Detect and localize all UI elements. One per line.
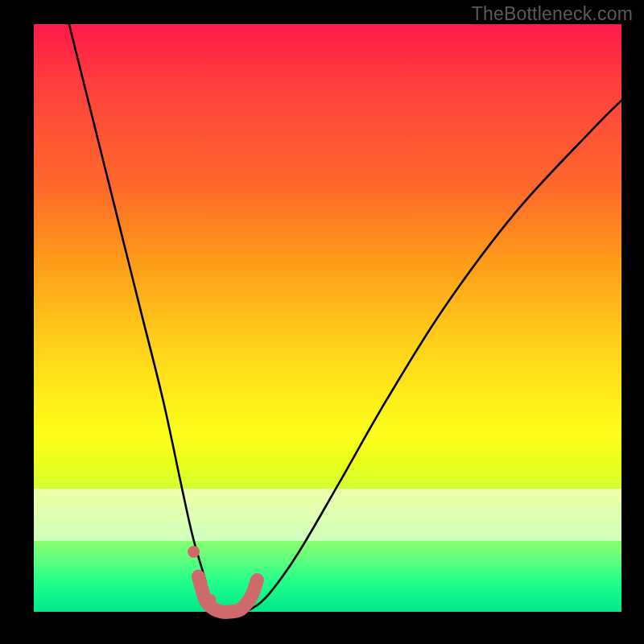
bottleneck-curve bbox=[69, 24, 621, 612]
dot-valley bbox=[204, 594, 217, 606]
chart-frame: TheBottleneck.com bbox=[0, 0, 644, 644]
watermark-text: TheBottleneck.com bbox=[472, 3, 633, 25]
dot-left bbox=[188, 546, 200, 558]
plot-area bbox=[34, 24, 621, 612]
chart-svg bbox=[34, 24, 621, 612]
valley-highlight bbox=[198, 576, 257, 612]
